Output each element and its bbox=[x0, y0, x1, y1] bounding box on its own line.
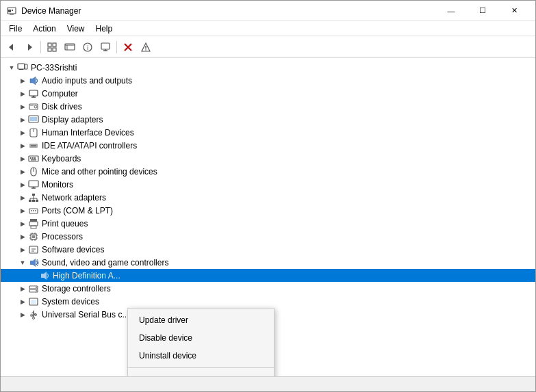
processors-label: Processors bbox=[42, 232, 535, 241]
root-computer-icon bbox=[17, 62, 28, 73]
menu-file[interactable]: File bbox=[3, 21, 27, 36]
show-hidden-button[interactable] bbox=[44, 39, 60, 55]
tree-item-storage[interactable]: ▶ Storage controllers bbox=[1, 282, 535, 295]
ctx-scan-hardware[interactable]: Scan for hardware changes bbox=[128, 371, 274, 376]
printer-icon bbox=[28, 218, 39, 229]
hda-icon bbox=[39, 270, 50, 281]
tree-item-sound[interactable]: ▼ Sound, video and game controllers bbox=[1, 256, 535, 269]
tree-item-hda[interactable]: High Definition A... bbox=[1, 269, 535, 282]
tree-item-ports[interactable]: ▶ Ports (COM & LPT) bbox=[1, 204, 535, 217]
svg-rect-34 bbox=[30, 117, 37, 121]
properties-button[interactable]: i bbox=[79, 39, 96, 55]
keyboards-expand-icon[interactable]: ▶ bbox=[17, 153, 28, 164]
svg-text:i: i bbox=[87, 44, 88, 51]
status-bar bbox=[1, 376, 535, 391]
tree-item-mice[interactable]: ▶ Mice and other pointing devices bbox=[1, 165, 535, 178]
tree-item-hid[interactable]: ▶ Human Interface Devices bbox=[1, 126, 535, 139]
tree-item-software[interactable]: ▶ Software devices bbox=[1, 243, 535, 256]
ide-expand-icon[interactable]: ▶ bbox=[17, 140, 28, 151]
root-label: PC-33Srishti bbox=[31, 63, 535, 73]
menu-action[interactable]: Action bbox=[27, 21, 61, 36]
svg-point-31 bbox=[34, 105, 37, 108]
svg-rect-89 bbox=[31, 315, 33, 316]
menu-help[interactable]: Help bbox=[90, 21, 118, 36]
monitors-expand-icon[interactable]: ▶ bbox=[17, 179, 28, 190]
svg-rect-63 bbox=[29, 222, 38, 226]
tree-view[interactable]: ▼ PC-33Srishti ▶ bbox=[1, 58, 535, 376]
svg-marker-26 bbox=[30, 77, 36, 85]
network-expand-icon[interactable]: ▶ bbox=[17, 192, 28, 203]
monitor-button[interactable] bbox=[97, 39, 114, 55]
tree-item-disk[interactable]: ▶ Disk drives bbox=[1, 100, 535, 113]
storage-icon bbox=[28, 283, 39, 294]
keyboard-icon bbox=[28, 153, 39, 164]
system-icon bbox=[28, 296, 39, 307]
print-expand-icon[interactable]: ▶ bbox=[17, 218, 28, 229]
svg-rect-62 bbox=[30, 219, 37, 222]
disk-expand-icon[interactable]: ▶ bbox=[17, 101, 28, 112]
ctx-update-driver[interactable]: Update driver bbox=[128, 311, 274, 329]
tree-item-network[interactable]: ▶ Network adapters bbox=[1, 191, 535, 204]
software-expand-icon[interactable]: ▶ bbox=[17, 244, 28, 255]
processors-expand-icon[interactable]: ▶ bbox=[17, 231, 28, 242]
tree-item-display[interactable]: ▶ Display adapters bbox=[1, 113, 535, 126]
tree-root[interactable]: ▼ PC-33Srishti bbox=[1, 61, 535, 74]
hid-expand-icon[interactable]: ▶ bbox=[17, 127, 28, 138]
system-expand-icon[interactable]: ▶ bbox=[17, 296, 28, 307]
svg-rect-27 bbox=[29, 90, 38, 96]
svg-marker-79 bbox=[41, 272, 47, 280]
minimize-button[interactable]: — bbox=[435, 1, 467, 21]
tree-item-print[interactable]: ▶ Print queues bbox=[1, 217, 535, 230]
tree-item-computer[interactable]: ▶ Computer bbox=[1, 87, 535, 100]
svg-rect-52 bbox=[36, 200, 38, 202]
mice-expand-icon[interactable]: ▶ bbox=[17, 166, 28, 177]
svg-point-82 bbox=[36, 287, 37, 288]
svg-rect-10 bbox=[65, 44, 75, 50]
devices-button[interactable] bbox=[62, 39, 78, 55]
processor-icon bbox=[28, 231, 39, 242]
computer-expand-icon[interactable]: ▶ bbox=[17, 88, 28, 99]
ctx-disable-device[interactable]: Disable device bbox=[128, 329, 274, 347]
toolbar-separator-1 bbox=[40, 41, 41, 53]
tree-item-system[interactable]: ▶ System devices bbox=[1, 295, 535, 308]
storage-expand-icon[interactable]: ▶ bbox=[17, 283, 28, 294]
ctx-separator-1 bbox=[128, 367, 274, 368]
display-icon bbox=[28, 114, 39, 125]
forward-button[interactable] bbox=[21, 39, 38, 55]
hda-label: High Definition A... bbox=[53, 271, 535, 280]
hid-label: Human Interface Devices bbox=[42, 128, 535, 138]
keyboards-label: Keyboards bbox=[42, 154, 535, 164]
ports-expand-icon[interactable]: ▶ bbox=[17, 205, 28, 216]
svg-point-59 bbox=[31, 210, 32, 211]
close-button[interactable]: ✕ bbox=[498, 1, 530, 21]
svg-marker-78 bbox=[30, 259, 36, 267]
audio-label: Audio inputs and outputs bbox=[42, 76, 535, 86]
svg-marker-4 bbox=[9, 44, 13, 51]
ctx-uninstall-device[interactable]: Uninstall device bbox=[128, 347, 274, 365]
monitor-icon bbox=[28, 179, 39, 190]
tree-item-ide[interactable]: ▶ IDE ATA/ATAPI controllers bbox=[1, 139, 535, 152]
audio-expand-icon[interactable]: ▶ bbox=[17, 75, 28, 86]
maximize-button[interactable]: ☐ bbox=[467, 1, 498, 21]
scan-button[interactable] bbox=[138, 39, 154, 55]
display-expand-icon[interactable]: ▶ bbox=[17, 114, 28, 125]
svg-rect-41 bbox=[32, 157, 34, 159]
back-button[interactable] bbox=[3, 39, 20, 55]
tree-item-monitors[interactable]: ▶ Monitors bbox=[1, 178, 535, 191]
ports-icon bbox=[28, 205, 39, 216]
root-expand-icon[interactable]: ▼ bbox=[6, 62, 17, 73]
hda-expand-icon bbox=[28, 270, 39, 281]
sound-expand-icon[interactable]: ▼ bbox=[17, 257, 28, 268]
network-icon bbox=[28, 192, 39, 203]
tree-item-audio[interactable]: ▶ Audio inputs and outputs bbox=[1, 74, 535, 87]
tree-item-keyboards[interactable]: ▶ Keyboards bbox=[1, 152, 535, 165]
svg-rect-2 bbox=[8, 10, 11, 12]
sound-label: Sound, video and game controllers bbox=[42, 258, 535, 267]
menu-view[interactable]: View bbox=[62, 21, 90, 36]
usb-icon bbox=[28, 309, 39, 320]
usb-expand-icon[interactable]: ▶ bbox=[17, 309, 28, 320]
tree-item-processors[interactable]: ▶ Processors bbox=[1, 230, 535, 243]
software-label: Software devices bbox=[42, 245, 535, 254]
disk-label: Disk drives bbox=[42, 102, 535, 112]
uninstall-button[interactable] bbox=[120, 39, 136, 55]
